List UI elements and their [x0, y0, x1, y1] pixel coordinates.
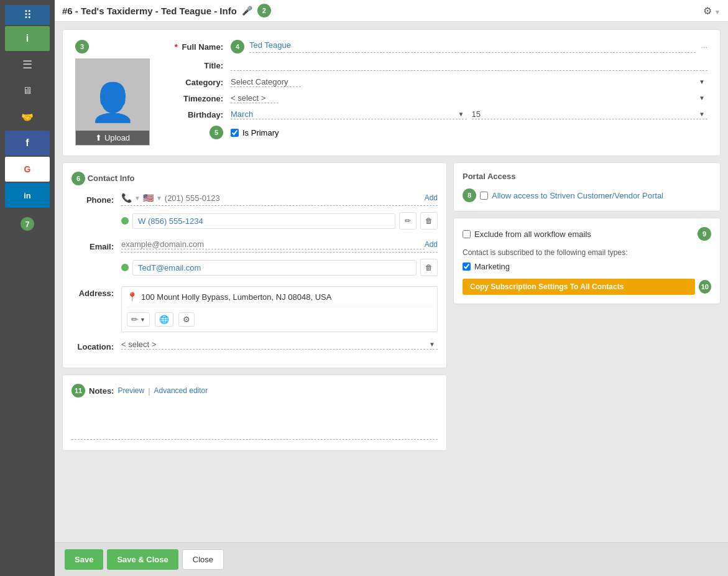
left-col: 6 Contact Info Phone: 📞 ▼ 🇺🇸: [62, 162, 447, 451]
portal-access-card: Portal Access 8 Allow access to Striven …: [453, 162, 721, 211]
exclude-workflow-checkbox[interactable]: [463, 230, 471, 238]
footer: Save Save & Close Close: [55, 542, 728, 576]
sidebar-item-google[interactable]: G: [5, 157, 50, 182]
location-content: < select > ▼: [121, 340, 438, 350]
email-input[interactable]: [121, 239, 425, 249]
upload-button[interactable]: ⬆ Upload: [76, 131, 149, 145]
notes-advanced-link[interactable]: Advanced editor: [154, 386, 208, 395]
email-entry-value: TedT@email.com: [132, 260, 417, 276]
copy-btn-row: Copy Subscription Settings To All Contac…: [463, 279, 711, 295]
address-box: 📍 100 Mount Holly Bypass, Lumberton, NJ …: [121, 286, 438, 332]
birthday-inputs: March 15: [231, 109, 707, 119]
phone-row: Phone: 📞 ▼ 🇺🇸 ▼ Add: [71, 193, 438, 232]
address-actions: ✏ ▼ 🌐 ⚙: [127, 307, 432, 327]
portal-access-row: 8 Allow access to Striven Customer/Vendo…: [463, 188, 711, 202]
location-select-wrapper: < select > ▼: [121, 340, 438, 350]
address-row: Address: 📍 100 Mount Holly Bypass, Lumbe…: [71, 286, 438, 332]
edit-address-button[interactable]: ✏ ▼: [127, 312, 150, 327]
birthday-month-select[interactable]: March: [231, 109, 467, 119]
sidebar-item-handshake[interactable]: 🤝: [5, 105, 50, 129]
add-phone-link[interactable]: Add: [425, 193, 438, 202]
email-active-dot: [121, 264, 129, 271]
save-close-button[interactable]: Save & Close: [107, 549, 178, 570]
notes-card: 11 Notes: Preview | Advanced editor: [62, 374, 447, 451]
email-row: Email: Add TedT@email.com 🗑: [71, 239, 438, 279]
marketing-checkbox[interactable]: [463, 262, 471, 271]
two-col-layout: 6 Contact Info Phone: 📞 ▼ 🇺🇸: [62, 162, 721, 451]
is-primary-label: Is Primary: [242, 128, 279, 137]
form-section: * Full Name: 4 Ted Teague ··· Title:: [162, 40, 707, 146]
flag-icon: 🇺🇸: [143, 193, 154, 203]
notes-separator: |: [148, 386, 150, 396]
step-5-badge: 5: [210, 126, 223, 139]
phone-content: 📞 ▼ 🇺🇸 ▼ Add W (856) 555-1234: [121, 193, 438, 232]
delete-email-button[interactable]: 🗑: [420, 259, 438, 276]
notes-preview-link[interactable]: Preview: [117, 386, 144, 395]
sidebar-item-facebook[interactable]: f: [5, 131, 50, 156]
sidebar-item-info[interactable]: i: [5, 26, 50, 51]
step-2-badge: 2: [257, 4, 271, 17]
timezone-select-wrapper: < select >: [231, 93, 707, 103]
phone-chevron[interactable]: ▼: [134, 195, 141, 202]
avatar: 👤 ⬆ Upload: [75, 58, 150, 146]
settings-address-button[interactable]: ⚙: [178, 312, 195, 327]
sidebar-item-stack[interactable]: ☰: [5, 52, 50, 77]
phone-number-input[interactable]: [165, 193, 422, 203]
birthday-row: Birthday: March 15: [162, 109, 707, 119]
page-title: #6 - Ted's Taxidermy - Ted Teague - Info: [62, 6, 237, 16]
portal-access-label[interactable]: Allow access to Striven Customer/Vendor …: [480, 191, 663, 200]
address-label: Address:: [71, 286, 121, 298]
timezone-select[interactable]: < select >: [231, 93, 279, 103]
category-row: Category: Select Category: [162, 77, 707, 87]
step-4-badge: 4: [231, 40, 244, 53]
step-3-badge: 3: [75, 40, 89, 53]
globe-icon: 🌐: [159, 315, 169, 324]
ellipsis-icon[interactable]: ···: [701, 42, 707, 52]
close-button[interactable]: Close: [182, 549, 224, 570]
main-body: 3 👤 ⬆ Upload * Full: [55, 22, 728, 542]
phone-input-row: 📞 ▼ 🇺🇸 ▼ Add: [121, 193, 438, 206]
contact-info-title: 6 Contact Info: [71, 172, 438, 185]
notes-label: Notes:: [89, 386, 114, 396]
address-text: 📍 100 Mount Holly Bypass, Lumberton, NJ …: [127, 292, 432, 307]
address-pin-icon: 📍: [127, 292, 137, 302]
content-area: #6 - Ted's Taxidermy - Ted Teague - Info…: [55, 0, 728, 576]
subscribed-text: Contact is subscribed to the following e…: [463, 248, 711, 257]
globe-address-button[interactable]: 🌐: [155, 312, 173, 327]
sidebar-item-monitor[interactable]: 🖥: [5, 78, 50, 103]
settings-gear[interactable]: ⚙ ▼: [703, 5, 721, 17]
email-content: Add TedT@email.com 🗑: [121, 239, 438, 279]
category-select[interactable]: Select Category: [231, 77, 301, 87]
portal-access-checkbox[interactable]: [480, 192, 488, 200]
portal-access-title: Portal Access: [463, 172, 711, 181]
email-input-row: Add: [121, 239, 438, 253]
is-primary-checkbox[interactable]: [231, 129, 239, 137]
birthday-month-wrapper: March: [231, 109, 467, 119]
save-button[interactable]: Save: [65, 549, 103, 570]
sidebar-item-linkedin[interactable]: in: [5, 183, 50, 208]
flag-chevron[interactable]: ▼: [156, 195, 162, 202]
category-label: Category:: [162, 78, 231, 87]
grid-icon[interactable]: ⠿: [5, 5, 50, 25]
location-select[interactable]: < select >: [121, 340, 438, 350]
add-email-link[interactable]: Add: [425, 240, 438, 249]
birthday-day-select[interactable]: 15: [472, 109, 708, 119]
step-7-badge: 7: [21, 217, 34, 231]
edit-phone-button[interactable]: ✏: [399, 212, 417, 230]
address-content: 📍 100 Mount Holly Bypass, Lumberton, NJ …: [121, 286, 438, 332]
location-row: Location: < select > ▼: [71, 340, 438, 351]
phone-entry-value: W (856) 555-1234: [132, 213, 395, 229]
email-entry: TedT@email.com 🗑: [121, 256, 438, 279]
phone-entry: W (856) 555-1234 ✏ 🗑: [121, 210, 438, 232]
phone-icon: 📞: [121, 193, 132, 203]
notes-textarea[interactable]: [71, 402, 438, 440]
copy-subscription-button[interactable]: Copy Subscription Settings To All Contac…: [463, 279, 695, 295]
delete-phone-button[interactable]: 🗑: [420, 212, 438, 230]
phone-label: Phone:: [71, 193, 121, 205]
upload-icon: ⬆: [95, 133, 102, 142]
mic-icon[interactable]: 🎤: [242, 6, 252, 16]
step-10-badge: 10: [699, 280, 711, 294]
title-input[interactable]: [231, 60, 707, 71]
title-row: Title:: [162, 60, 707, 71]
sidebar: ⠿ i ☰ 🖥 🤝 f G in 7: [0, 0, 55, 576]
